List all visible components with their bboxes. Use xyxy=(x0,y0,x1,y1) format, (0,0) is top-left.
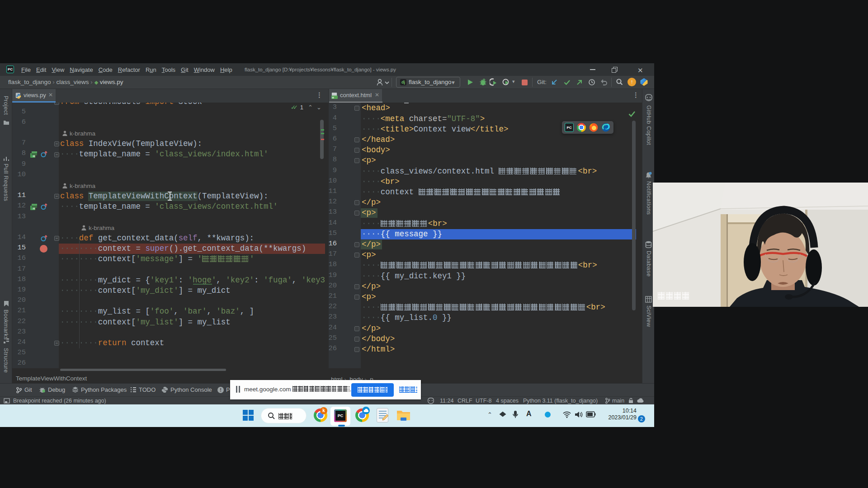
svg-text:H: H xyxy=(33,207,35,210)
svg-text:H: H xyxy=(332,96,334,99)
svg-text:H: H xyxy=(33,155,35,158)
